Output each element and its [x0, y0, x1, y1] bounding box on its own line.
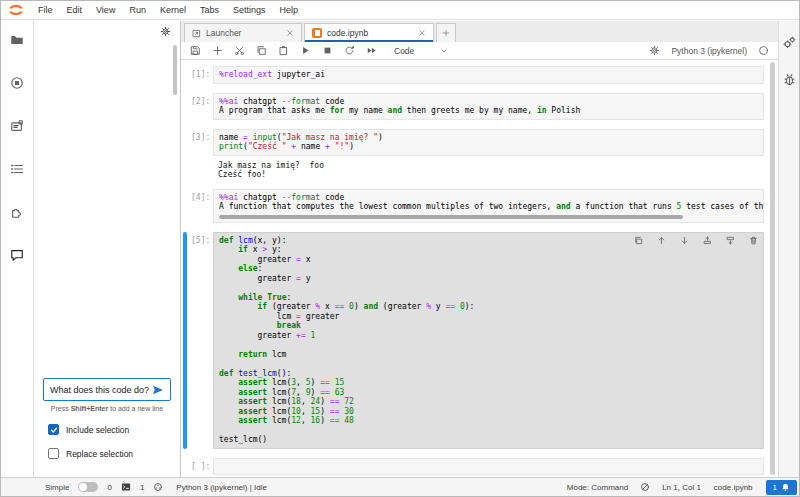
- cut-cells-button[interactable]: [234, 45, 245, 56]
- sidebar-item-table-of-contents[interactable]: [1, 160, 33, 178]
- notebook-scrollbar[interactable]: [770, 62, 775, 475]
- kernel-icon[interactable]: [153, 482, 163, 492]
- notebook-toolbar: Code Python 3 (ipykernel): [181, 42, 778, 60]
- chat-option-replace-selection[interactable]: Replace selection: [48, 448, 171, 459]
- cell-type-value: Code: [394, 46, 414, 56]
- cell-editor[interactable]: %reload_ext jupyter_ai: [213, 66, 764, 84]
- sidebar-item-running-kernels[interactable]: [1, 74, 33, 92]
- insert-cell-button[interactable]: [212, 45, 223, 56]
- notebook-cell: [2]:%%ai chatgpt --format codeA program …: [183, 93, 764, 120]
- menu-file[interactable]: File: [31, 1, 60, 19]
- run-button[interactable]: [300, 45, 311, 56]
- sidebar-item-file-browser[interactable]: [1, 31, 33, 49]
- cell-prompt: [5]:: [187, 232, 213, 449]
- kernel-name[interactable]: Python 3 (ipykernel): [671, 46, 747, 56]
- property-inspector-icon[interactable]: [783, 36, 796, 49]
- save-button[interactable]: [190, 45, 201, 56]
- menu-help[interactable]: Help: [272, 1, 305, 19]
- ai-chat-panel: What does this code do? Press Shift+Ente…: [34, 21, 181, 477]
- menu-view[interactable]: View: [89, 1, 122, 19]
- send-icon[interactable]: [152, 385, 164, 395]
- chat-option-include-selection[interactable]: Include selection: [48, 424, 171, 435]
- jupyterlab-window: FileEditViewRunKernelTabsSettingsHelp Wh…: [0, 0, 800, 497]
- menu-kernel[interactable]: Kernel: [153, 1, 193, 19]
- notebook-cell: [5]:def lcm(x, y): if x > y: greater = x…: [183, 232, 764, 449]
- menu-bar: FileEditViewRunKernelTabsSettingsHelp: [1, 1, 799, 20]
- menu-tabs[interactable]: Tabs: [193, 1, 226, 19]
- cell-prompt: [4]:: [187, 189, 213, 223]
- cell-toolbar: [634, 236, 758, 245]
- tab-label: Launcher: [206, 28, 281, 38]
- debugger-icon[interactable]: [783, 73, 796, 86]
- notebook-icon: [312, 28, 322, 38]
- chat-input[interactable]: What does this code do?: [43, 378, 171, 401]
- stop-circle-icon: [10, 76, 24, 90]
- kernels-count[interactable]: 1: [140, 483, 144, 492]
- sidebar-item-extension-manager[interactable]: [1, 203, 33, 221]
- insert-above-icon[interactable]: [703, 236, 712, 245]
- paste-cells-button[interactable]: [278, 45, 289, 56]
- tab-launcher[interactable]: Launcher: [184, 23, 302, 42]
- restart-kernel-button[interactable]: [344, 45, 355, 56]
- notebook-settings-gear-icon[interactable]: [649, 45, 660, 56]
- chat-option-label: Include selection: [66, 425, 129, 435]
- tab-label: code.ipynb: [327, 28, 413, 38]
- chat-icon: [10, 248, 24, 262]
- cell-editor[interactable]: def lcm(x, y): if x > y: greater = x els…: [213, 232, 764, 449]
- menu-run[interactable]: Run: [122, 1, 153, 19]
- menu-settings[interactable]: Settings: [226, 1, 273, 19]
- terminal-icon[interactable]: [121, 482, 131, 492]
- cell-collapser: [183, 189, 187, 223]
- menu-edit[interactable]: Edit: [60, 1, 90, 19]
- cell-prompt: [1]:: [187, 66, 213, 84]
- copy-cells-button[interactable]: [256, 45, 267, 56]
- main-menus: FileEditViewRunKernelTabsSettingsHelp: [31, 1, 305, 19]
- cell-type-dropdown[interactable]: Code: [394, 46, 448, 56]
- new-tab-button[interactable]: [436, 23, 456, 42]
- kernel-status-icon[interactable]: [758, 45, 769, 56]
- chat-panel-scrollbar[interactable]: [173, 45, 177, 95]
- cell-editor[interactable]: name = input("Jak masz na imię? ")print(…: [213, 129, 764, 156]
- interrupt-kernel-button[interactable]: [322, 45, 333, 56]
- main-dock: Launchercode.ipynb Code Python 3 (ipyker…: [181, 21, 778, 477]
- checkbox-checked-icon[interactable]: [48, 424, 59, 435]
- notifications-badge[interactable]: 1: [766, 480, 797, 495]
- insert-below-icon[interactable]: [726, 236, 735, 245]
- folder-icon: [10, 33, 24, 47]
- notebook-content: [1]:%reload_ext jupyter_ai[2]:%%ai chatg…: [181, 60, 778, 477]
- chat-input-value: What does this code do?: [50, 385, 149, 395]
- jupyter-logo: [1, 4, 31, 16]
- cursor-position[interactable]: Ln 1, Col 1: [662, 483, 701, 492]
- chat-settings-gear-icon[interactable]: [160, 26, 171, 37]
- sidebar-item-property-inspector[interactable]: [1, 117, 33, 135]
- sidebar-item-ai-chat[interactable]: [1, 246, 33, 264]
- cell-editor[interactable]: [213, 458, 764, 476]
- notebook-cell: [3]:name = input("Jak masz na imię? ")pr…: [183, 129, 764, 180]
- move-down-icon[interactable]: [680, 236, 689, 245]
- cell-editor[interactable]: %%ai chatgpt --format codeA program that…: [213, 93, 764, 120]
- close-icon[interactable]: [286, 29, 294, 37]
- cell-editor[interactable]: %%ai chatgpt --format codeA function tha…: [213, 189, 764, 223]
- cell-collapser: [183, 458, 187, 476]
- chat-option-label: Replace selection: [66, 449, 133, 459]
- close-icon[interactable]: [418, 29, 426, 37]
- checkbox-unchecked-icon[interactable]: [48, 448, 59, 459]
- simple-mode-toggle[interactable]: [78, 482, 98, 492]
- simple-mode-label: Simple: [45, 483, 69, 492]
- list-icon: [10, 162, 24, 176]
- cell-hscrollbar[interactable]: [219, 215, 683, 219]
- notebook-cell: [ ]:: [183, 458, 764, 476]
- kernel-status-text[interactable]: Python 3 (ipykernel) | Idle: [176, 483, 267, 492]
- launcher-icon: [192, 29, 201, 38]
- tab-bar: Launchercode.ipynb: [181, 21, 778, 42]
- tab-code-ipynb[interactable]: code.ipynb: [304, 23, 434, 42]
- chat-hint: Press Shift+Enter to add a new line: [43, 405, 171, 412]
- duplicate-icon[interactable]: [634, 236, 643, 245]
- delete-icon[interactable]: [749, 236, 758, 245]
- right-sidebar: [778, 21, 799, 477]
- cell-collapser: [183, 232, 187, 449]
- terminals-count[interactable]: 0: [107, 483, 111, 492]
- restart-run-all-button[interactable]: [366, 45, 377, 56]
- puzzle-icon: [10, 205, 24, 219]
- move-up-icon[interactable]: [657, 236, 666, 245]
